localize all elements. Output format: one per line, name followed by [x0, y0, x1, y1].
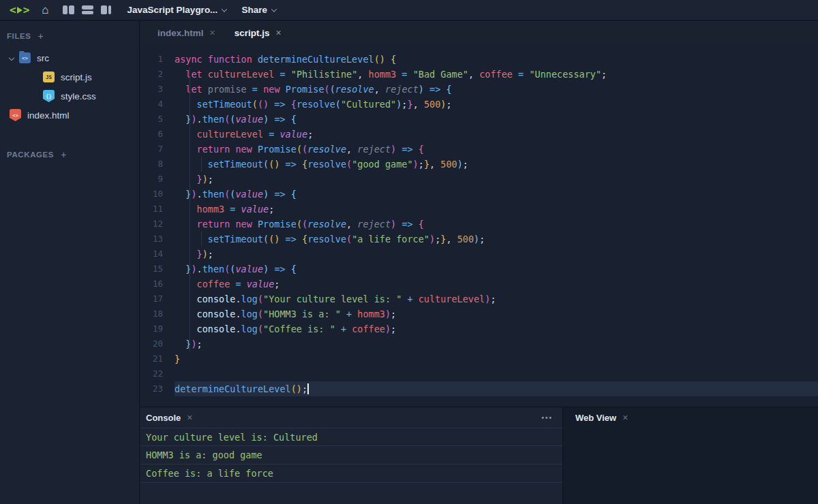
- code-text: setTimeout(() => {resolve("a life force"…: [175, 232, 818, 247]
- tab-label: index.html: [157, 28, 204, 38]
- console-output: Your culture level is: CulturedHOMM3 is …: [140, 428, 562, 483]
- indent-guide: [201, 232, 202, 247]
- code-line[interactable]: 23determineCultureLevel();: [140, 381, 818, 396]
- code-text: });: [175, 336, 818, 351]
- line-number: 22: [140, 366, 175, 381]
- home-icon[interactable]: ⌂: [42, 4, 48, 16]
- layout-rows-icon[interactable]: [82, 5, 93, 14]
- share-button[interactable]: Share: [241, 5, 276, 15]
- line-number: 5: [140, 112, 175, 127]
- code-line[interactable]: 14 });: [140, 247, 818, 262]
- file-item-src[interactable]: <>src: [0, 48, 139, 67]
- code-line[interactable]: 8 setTimeout(() => {resolve("good game")…: [140, 157, 818, 172]
- code-line[interactable]: 2 let cultureLevel = "Philistine", homm3…: [140, 67, 818, 82]
- code-line[interactable]: 1async function determineCultureLevel() …: [140, 52, 818, 67]
- code-line[interactable]: 6 cultureLevel = value;: [140, 127, 818, 142]
- code-text: console.log("Your culture level is: " + …: [175, 292, 818, 306]
- line-number: 14: [140, 247, 175, 262]
- files-section-label: FILES: [7, 32, 31, 40]
- console-close-icon[interactable]: ×: [187, 412, 192, 423]
- add-package-button[interactable]: +: [61, 149, 67, 160]
- close-icon[interactable]: ×: [275, 27, 281, 38]
- code-text: setTimeout(() => {resolve("good game");}…: [175, 157, 818, 172]
- code-line[interactable]: 22: [140, 366, 818, 381]
- add-file-button[interactable]: +: [38, 31, 44, 42]
- code-line[interactable]: 13 setTimeout(() => {resolve("a life for…: [140, 232, 818, 247]
- console-log-entry: Your culture level is: Cultured: [140, 428, 562, 446]
- project-title-dropdown[interactable]: JavaScript Playgro...: [127, 5, 227, 15]
- line-number: 15: [140, 262, 175, 277]
- code-line[interactable]: 17 console.log("Your culture level is: "…: [140, 292, 818, 306]
- code-text: console.log("Coffee is: " + coffee);: [175, 321, 818, 336]
- console-title: Console: [146, 413, 181, 423]
- line-number: 12: [140, 217, 175, 232]
- line-number: 20: [140, 336, 175, 351]
- tab-bar: index.html×script.js×: [140, 21, 818, 44]
- line-number: 6: [140, 127, 175, 142]
- text-cursor: [307, 383, 309, 394]
- code-line[interactable]: 16 coffee = value;: [140, 277, 818, 292]
- file-label: src: [37, 53, 49, 63]
- code-line[interactable]: 10 }).then((value) => {: [140, 187, 818, 202]
- layout-sidebar-icon[interactable]: [101, 5, 112, 14]
- code-line[interactable]: 20 });: [140, 336, 818, 351]
- html-file-icon: <>: [10, 109, 21, 121]
- code-text: coffee = value;: [175, 277, 818, 292]
- line-number: 16: [140, 277, 175, 292]
- tab-script.js[interactable]: script.js×: [225, 21, 291, 44]
- console-panel: Console × ••• Your culture level is: Cul…: [140, 407, 563, 504]
- console-menu-icon[interactable]: •••: [541, 414, 553, 422]
- code-text: }).then((value) => {: [175, 262, 818, 277]
- code-line[interactable]: 5 }).then((value) => {: [140, 112, 818, 127]
- line-number: 7: [140, 142, 175, 157]
- close-icon[interactable]: ×: [210, 27, 215, 38]
- code-line[interactable]: 7 return new Promise((resolve, reject) =…: [140, 142, 818, 157]
- webview-panel: Web View ×: [563, 407, 818, 504]
- project-title: JavaScript Playgro...: [127, 5, 218, 15]
- layout-columns-icon[interactable]: [63, 5, 74, 14]
- tab-index.html[interactable]: index.html×: [148, 21, 225, 44]
- line-number: 8: [140, 157, 175, 172]
- line-number: 1: [140, 52, 175, 67]
- line-number: 21: [140, 351, 175, 366]
- editor-workspace: index.html×script.js× 1async function de…: [140, 21, 818, 407]
- code-text: return new Promise((resolve, reject) => …: [175, 142, 818, 157]
- line-number: 4: [140, 97, 175, 112]
- code-line[interactable]: 19 console.log("Coffee is: " + coffee);: [140, 321, 818, 336]
- code-line[interactable]: 3 let promise = new Promise((resolve, re…: [140, 82, 818, 97]
- playcode-logo-icon[interactable]: < >: [10, 3, 29, 16]
- line-number: 23: [140, 381, 175, 396]
- line-number: 10: [140, 187, 175, 202]
- code-line[interactable]: 4 setTimeout(() => {resolve("Cultured");…: [140, 97, 818, 112]
- code-text: return new Promise((resolve, reject) => …: [175, 217, 818, 232]
- file-item-index.html[interactable]: <>index.html: [0, 106, 139, 125]
- css-file-icon: {}: [43, 90, 55, 102]
- webview-close-icon[interactable]: ×: [622, 412, 628, 423]
- tab-label: script.js: [234, 28, 270, 38]
- share-label: Share: [241, 5, 267, 15]
- line-number: 3: [140, 82, 175, 97]
- code-text: }: [175, 351, 818, 366]
- code-line[interactable]: 21}: [140, 351, 818, 366]
- code-editor[interactable]: 1async function determineCultureLevel() …: [140, 44, 818, 407]
- code-text: }).then((value) => {: [175, 112, 818, 127]
- code-line[interactable]: 12 return new Promise((resolve, reject) …: [140, 217, 818, 232]
- line-number: 13: [140, 232, 175, 247]
- chevron-down-icon[interactable]: [9, 55, 14, 61]
- bottom-panels: Console × ••• Your culture level is: Cul…: [140, 407, 818, 504]
- code-line[interactable]: 11 homm3 = value;: [140, 202, 818, 217]
- file-item-style.css[interactable]: {}style.css: [0, 86, 139, 106]
- file-label: index.html: [27, 110, 70, 121]
- file-item-script.js[interactable]: JSscript.js: [0, 67, 139, 86]
- file-tree: <>srcJSscript.js{}style.css<>index.html: [0, 48, 139, 125]
- line-number: 18: [140, 306, 175, 321]
- line-number: 17: [140, 292, 175, 306]
- folder-file-icon: <>: [19, 52, 31, 63]
- code-line[interactable]: 18 console.log("HOMM3 is a: " + homm3);: [140, 306, 818, 321]
- sidebar: FILES + <>srcJSscript.js{}style.css<>ind…: [0, 21, 140, 504]
- code-text: let cultureLevel = "Philistine", homm3 =…: [175, 67, 818, 82]
- code-line[interactable]: 15 }).then((value) => {: [140, 262, 818, 277]
- code-text: async function determineCultureLevel() {: [175, 52, 818, 67]
- console-log-entry: HOMM3 is a: good game: [140, 446, 562, 464]
- code-line[interactable]: 9 });: [140, 172, 818, 187]
